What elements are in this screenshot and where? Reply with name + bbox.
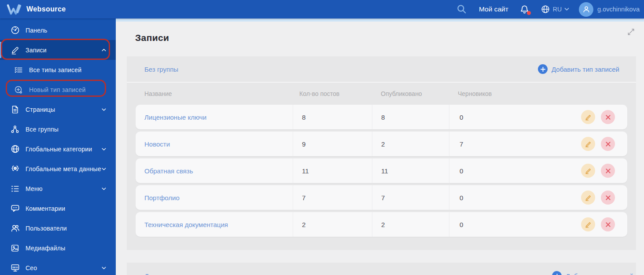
edit-button[interactable] — [581, 110, 595, 124]
column-header-name: Название — [144, 90, 299, 97]
published-count: 11 — [372, 158, 449, 183]
drafts-count: 0 — [449, 158, 506, 183]
table-row: Обратная связь 11 11 0 — [136, 158, 627, 183]
sidebar-item-all-record-types[interactable]: Все типы записей — [0, 60, 116, 80]
chevron-down-icon[interactable] — [101, 265, 107, 272]
media-icon — [10, 243, 20, 253]
sidebar: Панель Записи Все типы записей — [0, 18, 116, 275]
gauge-icon — [10, 25, 20, 36]
user-icon — [582, 5, 591, 14]
delete-button[interactable] — [601, 191, 615, 205]
column-header-posts: Кол-во постов — [299, 90, 381, 97]
row-actions — [581, 137, 615, 151]
record-types-panel: Без группы Добавить тип записей Название… — [127, 56, 636, 250]
sidebar-item-seo[interactable]: SEO Сео — [0, 258, 116, 275]
posts-count: 8 — [293, 105, 372, 129]
add-record-type-button[interactable]: Добавить тип записей — [538, 64, 619, 74]
expand-icon[interactable] — [626, 26, 636, 37]
sidebar-item-label: Комментарии — [26, 205, 65, 212]
page-icon — [10, 104, 20, 115]
language-code: RU — [553, 6, 562, 13]
sidebar-item-records[interactable]: Записи — [0, 40, 116, 60]
record-type-link[interactable]: Обратная связь — [144, 167, 193, 175]
svg-text:SEO: SEO — [12, 266, 18, 269]
sidebar-item-label: Медиафайлы — [26, 245, 65, 252]
group-name-link[interactable]: Без группы — [144, 66, 178, 73]
my-site-link[interactable]: Мой сайт — [479, 5, 508, 13]
sidebar-item-label: Пользователи — [26, 225, 67, 232]
posts-count: 2 — [293, 212, 372, 237]
drafts-count: 0 — [449, 212, 506, 237]
add-button-label: Добавить тип записей — [552, 66, 619, 73]
sidebar-item-new-record-type[interactable]: Новый тип записей — [0, 80, 116, 99]
record-type-link[interactable]: Техническая документация — [144, 221, 228, 228]
websource-logo-icon — [6, 4, 22, 15]
posts-count: 11 — [293, 158, 372, 183]
content-top-strip — [116, 18, 644, 22]
column-header-published: Опубликовано — [381, 90, 458, 97]
chevron-down-icon[interactable] — [101, 106, 107, 114]
delete-button[interactable] — [601, 217, 615, 231]
table-row: Техническая документация 2 2 0 — [136, 212, 627, 237]
delete-button[interactable] — [601, 110, 615, 124]
sidebar-item-dashboard[interactable]: Панель — [0, 20, 116, 40]
table-row: Портфолио 7 7 0 — [136, 185, 627, 210]
account-menu[interactable]: g.ovchinnikova — [579, 2, 641, 17]
table-body: Лицензионые ключи 8 8 0 Новости 9 2 7 Об… — [127, 105, 636, 237]
sidebar-item-label: Все типы записей — [29, 66, 81, 73]
sidebar-item-media[interactable]: Медиафайлы — [0, 238, 116, 258]
sidebar-item-global-meta[interactable]: Глобальные мета данные — [0, 159, 116, 179]
sidebar-item-label: Меню — [26, 185, 43, 192]
record-type-link[interactable]: Лицензионые ключи — [144, 114, 206, 121]
chevron-down-icon[interactable] — [101, 186, 107, 193]
notifications-bell-icon[interactable] — [519, 4, 530, 15]
topbar-controls: Мой сайт RU g.ovchinnikova — [456, 0, 641, 18]
top-bar: Websource Мой сайт RU g — [0, 0, 644, 18]
sidebar-item-global-categories[interactable]: Глобальные категории — [0, 139, 116, 159]
username: g.ovchinnikova — [597, 6, 641, 13]
comment-icon — [10, 203, 20, 214]
delete-button[interactable] — [601, 137, 615, 151]
record-type-link[interactable]: Новости — [144, 140, 170, 148]
globe-icon — [10, 144, 20, 154]
sidebar-item-label: Панель — [26, 27, 48, 34]
record-type-link[interactable]: Портфолио — [144, 194, 180, 202]
chevron-down-icon[interactable] — [101, 166, 107, 173]
edit-button[interactable] — [581, 164, 595, 178]
sidebar-item-menu[interactable]: Меню — [0, 179, 116, 198]
edit-button[interactable] — [581, 137, 595, 151]
avatar — [579, 2, 593, 17]
language-selector[interactable]: RU — [541, 4, 569, 14]
row-actions — [581, 217, 615, 231]
published-count: 2 — [372, 132, 449, 156]
table-header: Название Кол-во постов Опубликовано Черн… — [127, 83, 636, 105]
sidebar-item-label: Записи — [26, 47, 47, 54]
table-row: Лицензионые ключи 8 8 0 — [136, 105, 627, 129]
edit-button[interactable] — [581, 217, 595, 231]
drafts-count: 7 — [449, 132, 506, 156]
chevron-down-icon[interactable] — [101, 146, 107, 154]
search-icon[interactable] — [456, 4, 467, 15]
sidebar-item-pages[interactable]: Страницы — [0, 99, 116, 119]
chevron-down-icon — [564, 7, 569, 11]
add-record-type-button[interactable]: Добавить тип записей — [552, 271, 633, 275]
sidebar-item-label: Страницы — [26, 106, 55, 113]
sidebar-item-label: Глобальные категории — [26, 146, 92, 153]
delete-button[interactable] — [601, 164, 615, 178]
sidebar-item-label: Глобальные мета данные — [26, 165, 101, 172]
group-name-link[interactable]: Документация — [144, 272, 188, 275]
brand-logo[interactable]: Websource — [0, 4, 66, 15]
sidebar-item-comments[interactable]: Комментарии — [0, 198, 116, 218]
pencil-icon — [10, 45, 20, 55]
sidebar-item-all-groups[interactable]: Все группы — [0, 119, 116, 139]
posts-count: 7 — [293, 185, 372, 210]
drafts-count: 0 — [449, 105, 506, 129]
sidebar-item-users[interactable]: Пользователи — [0, 218, 116, 238]
chevron-up-icon[interactable] — [101, 47, 107, 55]
brand-name: Websource — [26, 5, 66, 13]
column-header-drafts: Черновиков — [458, 90, 636, 97]
list-check-icon — [13, 65, 24, 75]
edit-button[interactable] — [581, 191, 595, 205]
group-header: Без группы Добавить тип записей — [127, 56, 636, 83]
drafts-count: 0 — [449, 185, 506, 210]
